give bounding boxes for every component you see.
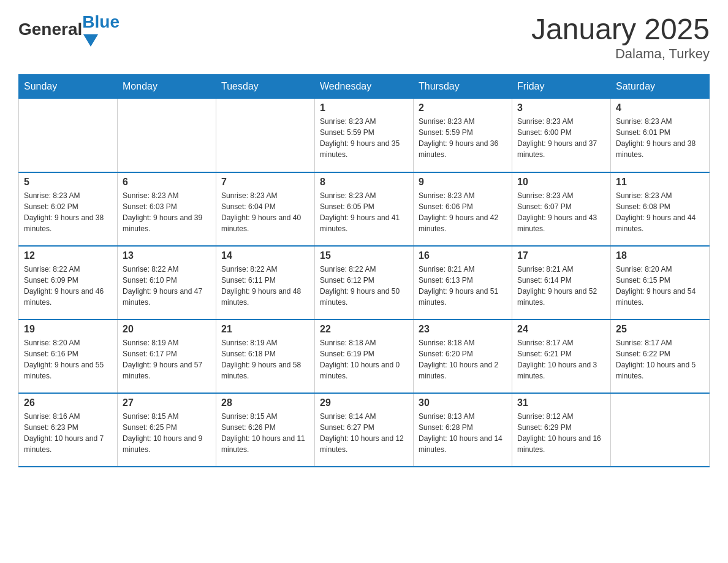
day-number: 7 <box>221 177 309 188</box>
calendar-cell <box>216 99 315 172</box>
day-number: 30 <box>419 397 507 408</box>
calendar-cell: 12Sunrise: 8:22 AMSunset: 6:09 PMDayligh… <box>19 246 118 320</box>
calendar-cell: 25Sunrise: 8:17 AMSunset: 6:22 PMDayligh… <box>611 320 710 393</box>
day-number: 31 <box>517 397 605 408</box>
weekday-header-wednesday: Wednesday <box>315 75 414 99</box>
calendar-week-3: 12Sunrise: 8:22 AMSunset: 6:09 PMDayligh… <box>19 246 710 320</box>
calendar-cell: 1Sunrise: 8:23 AMSunset: 5:59 PMDaylight… <box>315 99 414 172</box>
calendar-cell: 22Sunrise: 8:18 AMSunset: 6:19 PMDayligh… <box>315 320 414 393</box>
calendar-week-1: 1Sunrise: 8:23 AMSunset: 5:59 PMDaylight… <box>19 99 710 172</box>
day-info: Sunrise: 8:23 AMSunset: 6:00 PMDaylight:… <box>517 116 605 160</box>
day-info: Sunrise: 8:23 AMSunset: 6:07 PMDaylight:… <box>517 190 605 234</box>
logo-triangle-icon <box>83 34 98 47</box>
day-number: 26 <box>24 397 112 408</box>
weekday-header-thursday: Thursday <box>414 75 512 99</box>
calendar-cell: 31Sunrise: 8:12 AMSunset: 6:29 PMDayligh… <box>512 393 611 467</box>
day-number: 9 <box>419 177 507 188</box>
calendar-cell: 9Sunrise: 8:23 AMSunset: 6:06 PMDaylight… <box>414 172 512 246</box>
title-section: January 2025 Dalama, Turkey <box>531 12 710 62</box>
day-info: Sunrise: 8:22 AMSunset: 6:11 PMDaylight:… <box>221 264 309 308</box>
day-info: Sunrise: 8:21 AMSunset: 6:14 PMDaylight:… <box>517 264 605 308</box>
day-number: 4 <box>616 102 704 113</box>
calendar-week-2: 5Sunrise: 8:23 AMSunset: 6:02 PMDaylight… <box>19 172 710 246</box>
day-info: Sunrise: 8:19 AMSunset: 6:17 PMDaylight:… <box>123 337 211 381</box>
day-info: Sunrise: 8:15 AMSunset: 6:26 PMDaylight:… <box>221 411 309 455</box>
logo-blue-text: Blue <box>82 12 119 32</box>
day-number: 12 <box>24 250 112 261</box>
day-info: Sunrise: 8:19 AMSunset: 6:18 PMDaylight:… <box>221 337 309 381</box>
day-number: 27 <box>123 397 211 408</box>
day-info: Sunrise: 8:22 AMSunset: 6:09 PMDaylight:… <box>24 264 112 308</box>
day-info: Sunrise: 8:23 AMSunset: 6:01 PMDaylight:… <box>616 116 704 160</box>
day-number: 15 <box>320 250 408 261</box>
day-info: Sunrise: 8:23 AMSunset: 6:03 PMDaylight:… <box>123 190 211 234</box>
logo: General Blue <box>18 12 119 47</box>
calendar-cell <box>19 99 118 172</box>
day-number: 8 <box>320 177 408 188</box>
day-info: Sunrise: 8:20 AMSunset: 6:16 PMDaylight:… <box>24 337 112 381</box>
calendar-cell: 30Sunrise: 8:13 AMSunset: 6:28 PMDayligh… <box>414 393 512 467</box>
calendar-cell: 18Sunrise: 8:20 AMSunset: 6:15 PMDayligh… <box>611 246 710 320</box>
day-info: Sunrise: 8:15 AMSunset: 6:25 PMDaylight:… <box>123 411 211 455</box>
calendar-cell: 2Sunrise: 8:23 AMSunset: 5:59 PMDaylight… <box>414 99 512 172</box>
day-number: 20 <box>123 324 211 335</box>
calendar-table: SundayMondayTuesdayWednesdayThursdayFrid… <box>18 74 710 467</box>
calendar-cell: 11Sunrise: 8:23 AMSunset: 6:08 PMDayligh… <box>611 172 710 246</box>
day-number: 1 <box>320 102 408 113</box>
day-number: 6 <box>123 177 211 188</box>
calendar-cell <box>118 99 216 172</box>
calendar-cell: 4Sunrise: 8:23 AMSunset: 6:01 PMDaylight… <box>611 99 710 172</box>
day-info: Sunrise: 8:23 AMSunset: 6:06 PMDaylight:… <box>419 190 507 234</box>
page-header: General Blue January 2025 Dalama, Turkey <box>18 12 710 62</box>
calendar-cell: 17Sunrise: 8:21 AMSunset: 6:14 PMDayligh… <box>512 246 611 320</box>
calendar-cell: 6Sunrise: 8:23 AMSunset: 6:03 PMDaylight… <box>118 172 216 246</box>
day-info: Sunrise: 8:23 AMSunset: 6:04 PMDaylight:… <box>221 190 309 234</box>
day-number: 25 <box>616 324 704 335</box>
day-info: Sunrise: 8:23 AMSunset: 6:08 PMDaylight:… <box>616 190 704 234</box>
calendar-header-row: SundayMondayTuesdayWednesdayThursdayFrid… <box>19 75 710 99</box>
calendar-cell: 23Sunrise: 8:18 AMSunset: 6:20 PMDayligh… <box>414 320 512 393</box>
day-info: Sunrise: 8:23 AMSunset: 6:02 PMDaylight:… <box>24 190 112 234</box>
calendar-cell: 13Sunrise: 8:22 AMSunset: 6:10 PMDayligh… <box>118 246 216 320</box>
day-number: 13 <box>123 250 211 261</box>
calendar-cell: 8Sunrise: 8:23 AMSunset: 6:05 PMDaylight… <box>315 172 414 246</box>
day-info: Sunrise: 8:18 AMSunset: 6:20 PMDaylight:… <box>419 337 507 381</box>
day-number: 21 <box>221 324 309 335</box>
calendar-week-5: 26Sunrise: 8:16 AMSunset: 6:23 PMDayligh… <box>19 393 710 467</box>
month-year-title: January 2025 <box>531 12 710 46</box>
day-number: 16 <box>419 250 507 261</box>
day-info: Sunrise: 8:21 AMSunset: 6:13 PMDaylight:… <box>419 264 507 308</box>
day-number: 24 <box>517 324 605 335</box>
calendar-cell: 20Sunrise: 8:19 AMSunset: 6:17 PMDayligh… <box>118 320 216 393</box>
calendar-cell: 16Sunrise: 8:21 AMSunset: 6:13 PMDayligh… <box>414 246 512 320</box>
day-number: 3 <box>517 102 605 113</box>
day-info: Sunrise: 8:13 AMSunset: 6:28 PMDaylight:… <box>419 411 507 455</box>
day-info: Sunrise: 8:16 AMSunset: 6:23 PMDaylight:… <box>24 411 112 455</box>
location-subtitle: Dalama, Turkey <box>531 46 710 62</box>
day-info: Sunrise: 8:14 AMSunset: 6:27 PMDaylight:… <box>320 411 408 455</box>
weekday-header-tuesday: Tuesday <box>216 75 315 99</box>
calendar-cell: 3Sunrise: 8:23 AMSunset: 6:00 PMDaylight… <box>512 99 611 172</box>
day-number: 2 <box>419 102 507 113</box>
day-number: 22 <box>320 324 408 335</box>
calendar-cell: 5Sunrise: 8:23 AMSunset: 6:02 PMDaylight… <box>19 172 118 246</box>
calendar-cell: 24Sunrise: 8:17 AMSunset: 6:21 PMDayligh… <box>512 320 611 393</box>
calendar-cell: 10Sunrise: 8:23 AMSunset: 6:07 PMDayligh… <box>512 172 611 246</box>
day-number: 14 <box>221 250 309 261</box>
calendar-cell: 21Sunrise: 8:19 AMSunset: 6:18 PMDayligh… <box>216 320 315 393</box>
day-info: Sunrise: 8:17 AMSunset: 6:22 PMDaylight:… <box>616 337 704 381</box>
day-number: 18 <box>616 250 704 261</box>
day-number: 19 <box>24 324 112 335</box>
weekday-header-saturday: Saturday <box>611 75 710 99</box>
calendar-cell: 19Sunrise: 8:20 AMSunset: 6:16 PMDayligh… <box>19 320 118 393</box>
day-info: Sunrise: 8:12 AMSunset: 6:29 PMDaylight:… <box>517 411 605 455</box>
day-info: Sunrise: 8:23 AMSunset: 5:59 PMDaylight:… <box>320 116 408 160</box>
day-info: Sunrise: 8:23 AMSunset: 6:05 PMDaylight:… <box>320 190 408 234</box>
day-info: Sunrise: 8:18 AMSunset: 6:19 PMDaylight:… <box>320 337 408 381</box>
calendar-cell: 14Sunrise: 8:22 AMSunset: 6:11 PMDayligh… <box>216 246 315 320</box>
calendar-cell: 29Sunrise: 8:14 AMSunset: 6:27 PMDayligh… <box>315 393 414 467</box>
weekday-header-monday: Monday <box>118 75 216 99</box>
day-info: Sunrise: 8:17 AMSunset: 6:21 PMDaylight:… <box>517 337 605 381</box>
calendar-cell: 7Sunrise: 8:23 AMSunset: 6:04 PMDaylight… <box>216 172 315 246</box>
day-number: 5 <box>24 177 112 188</box>
